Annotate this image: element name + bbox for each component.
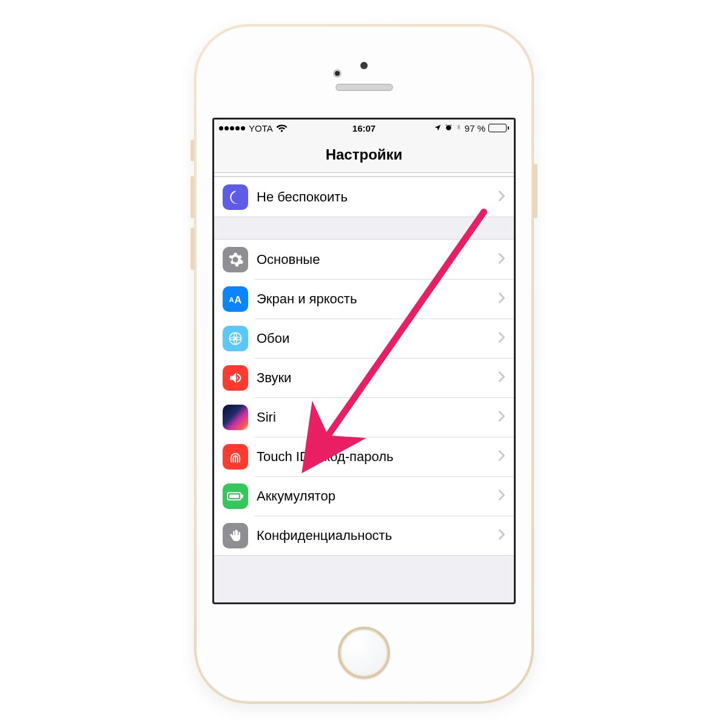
settings-row-label: Не беспокоить bbox=[257, 189, 490, 205]
settings-row-конфиденциальность[interactable]: Конфиденциальность bbox=[214, 516, 514, 555]
page-title: Настройки bbox=[214, 136, 514, 173]
svg-text:A: A bbox=[229, 296, 234, 303]
chevron-right-icon bbox=[498, 411, 505, 424]
settings-row-label: Touch ID и код-пароль bbox=[257, 449, 490, 465]
chevron-right-icon bbox=[498, 371, 505, 385]
settings-row-label: Аккумулятор bbox=[257, 488, 490, 504]
status-bar: YOTA 16:07 97 % bbox=[214, 120, 514, 136]
settings-row-аккумулятор[interactable]: Аккумулятор bbox=[214, 476, 514, 516]
battery-icon bbox=[488, 124, 509, 132]
iphone-device-frame: YOTA 16:07 97 % bbox=[194, 24, 534, 704]
svg-text:A: A bbox=[234, 294, 241, 305]
settings-row-label: Основные bbox=[257, 252, 490, 268]
display-icon: AA bbox=[223, 286, 248, 312]
volume-down-button bbox=[190, 228, 194, 270]
volume-up-button bbox=[190, 176, 194, 218]
front-camera-icon bbox=[333, 69, 342, 78]
wallpaper-icon bbox=[223, 326, 248, 351]
battery-icon bbox=[223, 484, 248, 509]
chevron-right-icon bbox=[498, 292, 505, 306]
svg-rect-6 bbox=[241, 494, 243, 498]
page-title-label: Настройки bbox=[326, 146, 403, 163]
settings-row-label: Звуки bbox=[257, 370, 490, 386]
settings-row-label: Экран и яркость bbox=[257, 291, 490, 307]
power-button bbox=[534, 164, 538, 218]
phone-screen: YOTA 16:07 97 % bbox=[212, 118, 516, 604]
mute-switch bbox=[190, 140, 194, 161]
chevron-right-icon bbox=[498, 332, 505, 345]
fingerprint-icon bbox=[223, 444, 248, 470]
settings-row-label: Обои bbox=[257, 331, 490, 346]
earpiece-speaker bbox=[335, 84, 393, 91]
hand-icon bbox=[223, 523, 248, 548]
settings-row-экран-и-яркость[interactable]: AAЭкран и яркость bbox=[214, 279, 514, 318]
svg-point-3 bbox=[234, 337, 237, 339]
siri-icon bbox=[223, 405, 248, 430]
chevron-right-icon bbox=[498, 253, 505, 266]
settings-row-siri[interactable]: Siri bbox=[214, 397, 514, 437]
settings-row-touch-id-и-код-пароль[interactable]: Touch ID и код-пароль bbox=[214, 437, 514, 476]
chevron-right-icon bbox=[498, 450, 505, 463]
chevron-right-icon bbox=[498, 529, 505, 542]
settings-row-звуки[interactable]: Звуки bbox=[214, 358, 514, 397]
proximity-sensor bbox=[360, 62, 368, 69]
gear-icon bbox=[223, 247, 248, 272]
top-bezel bbox=[212, 27, 516, 118]
settings-row-основные[interactable]: Основные bbox=[214, 240, 514, 279]
chevron-right-icon bbox=[498, 490, 505, 503]
clock-label: 16:07 bbox=[214, 123, 514, 133]
settings-list[interactable]: Не беспокоитьОсновныеAAЭкран и яркостьОб… bbox=[214, 173, 514, 602]
settings-row-label: Siri bbox=[257, 410, 490, 425]
bottom-bezel bbox=[212, 604, 516, 701]
speaker-icon bbox=[223, 365, 248, 391]
chevron-right-icon bbox=[498, 190, 505, 204]
home-button[interactable] bbox=[338, 627, 390, 679]
settings-row-обои[interactable]: Обои bbox=[214, 318, 514, 358]
settings-row-label: Конфиденциальность bbox=[257, 528, 490, 544]
settings-row-не-беспокоить[interactable]: Не беспокоить bbox=[214, 177, 514, 217]
moon-icon bbox=[223, 184, 248, 210]
svg-rect-5 bbox=[229, 494, 239, 498]
